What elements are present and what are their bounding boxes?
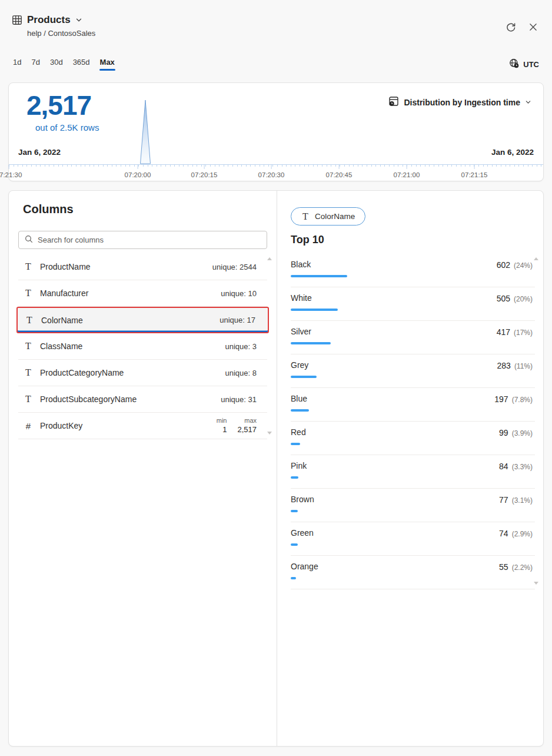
column-list: T ProductName unique: 2544 T Manufacture…	[18, 254, 267, 439]
min-value: 1	[222, 425, 227, 435]
columns-title: Columns	[23, 203, 267, 216]
refresh-icon[interactable]	[505, 21, 517, 33]
time-axis-tick: 07:21:30	[0, 165, 22, 178]
header-actions	[505, 21, 539, 33]
distribution-type-selector[interactable]: Distribution by Ingestion time	[388, 96, 531, 109]
time-axis-tick: 07:20:45	[326, 165, 353, 178]
value-row-pink[interactable]: Pink 84(3.3%)	[291, 455, 535, 489]
scroll-up-arrow[interactable]	[534, 257, 538, 260]
time-axis-tick: 07:20:00	[125, 165, 151, 178]
tab-30d[interactable]: 30d	[50, 58, 63, 71]
chevron-down-icon[interactable]	[75, 16, 82, 24]
value-bar	[291, 409, 309, 412]
value-bar	[291, 543, 298, 546]
timezone-selector[interactable]: UTC	[509, 58, 539, 70]
unique-count: unique: 3	[225, 342, 257, 351]
unique-count: unique: 8	[225, 369, 257, 377]
string-type-icon: T	[25, 315, 34, 326]
close-icon[interactable]	[527, 21, 539, 33]
page-title: Products	[27, 14, 71, 26]
chevron-down-icon	[525, 97, 531, 108]
timezone-label: UTC	[523, 60, 539, 69]
value-bar	[291, 476, 298, 479]
tab-max[interactable]: Max	[100, 58, 115, 71]
time-axis-tick: 07:20:30	[258, 165, 285, 178]
value-bar	[291, 443, 300, 445]
value-row-silver[interactable]: Silver 417(17%)	[291, 321, 535, 354]
value-row-black[interactable]: Black 602(24%)	[291, 254, 535, 287]
search-input[interactable]	[38, 236, 261, 244]
string-type-icon: T	[24, 394, 32, 404]
scroll-up-arrow[interactable]	[267, 257, 272, 260]
value-row-brown[interactable]: Brown 77(3.1%)	[291, 489, 535, 522]
min-max-stats: min 1 max 2,517	[217, 416, 257, 435]
time-axis-tick: 07:21:00	[394, 165, 420, 178]
calendar-clock-icon	[388, 96, 399, 109]
column-row-manufacturer[interactable]: T Manufacturer unique: 10	[18, 280, 267, 307]
time-range-bar: 1d 7d 30d 365d Max UTC	[13, 58, 539, 71]
scroll-down-arrow[interactable]	[534, 582, 538, 585]
column-row-productsubcategoryname[interactable]: T ProductSubcategoryName unique: 31	[18, 386, 267, 413]
value-bar	[291, 376, 317, 378]
time-axis-tick: 07:21:15	[461, 165, 488, 178]
unique-count: unique: 17	[220, 316, 255, 324]
tab-7d[interactable]: 7d	[31, 58, 39, 71]
max-value: 2,517	[237, 425, 257, 435]
globe-clock-icon	[509, 58, 519, 70]
value-row-white[interactable]: White 505(20%)	[291, 287, 535, 321]
string-type-icon: T	[24, 288, 32, 299]
distribution-type-label: Distribution by Ingestion time	[404, 98, 520, 107]
time-axis-tick: 07:20:15	[191, 165, 218, 178]
search-icon	[25, 235, 33, 246]
columns-panel: Columns T ProductName unique: 2544 T Man…	[9, 191, 277, 746]
time-axis: 07:20:00 07:20:15 07:20:30 07:20:45 07:2…	[9, 164, 543, 167]
header: Products help / ContosoSales	[12, 14, 95, 38]
column-row-productcategoryname[interactable]: T ProductCategoryName unique: 8	[18, 360, 267, 386]
total-rows-subtitle: out of 2.5K rows	[35, 122, 99, 132]
column-row-colorname-selected[interactable]: T ColorName unique: 17	[16, 307, 269, 333]
row-total-block: 2,517 out of 2.5K rows	[26, 90, 99, 132]
unique-count: unique: 31	[221, 395, 257, 404]
value-row-blue[interactable]: Blue 197(7.8%)	[291, 388, 535, 422]
string-type-icon: T	[24, 341, 32, 352]
string-type-icon: T	[24, 261, 32, 272]
value-row-green[interactable]: Green 74(2.9%)	[291, 522, 535, 556]
string-type-icon: T	[24, 367, 32, 378]
string-type-icon: T	[301, 211, 310, 222]
date-end: Jan 6, 2022	[491, 148, 534, 157]
column-row-productkey[interactable]: # ProductKey min 1 max 2,517	[18, 413, 267, 439]
value-bar	[291, 342, 331, 344]
top-values-list: Black 602(24%) White 505(20%) Silver 417…	[291, 254, 535, 589]
selected-column-chip[interactable]: T ColorName	[291, 207, 365, 226]
breadcrumb: help / ContosoSales	[27, 29, 95, 38]
value-row-grey[interactable]: Grey 283(11%)	[291, 354, 535, 388]
column-search[interactable]	[18, 231, 267, 249]
numeric-type-icon: #	[24, 421, 32, 431]
value-row-red[interactable]: Red 99(3.9%)	[291, 422, 535, 455]
value-bar	[291, 275, 347, 277]
ingestion-distribution-card: 2,517 out of 2.5K rows Distribution by I…	[8, 82, 544, 181]
total-rows-value: 2,517	[26, 90, 99, 121]
columns-and-values-card: Columns T ProductName unique: 2544 T Man…	[8, 190, 544, 747]
table-icon	[12, 15, 22, 25]
top-values-panel: T ColorName Top 10 Black 602(24%) White …	[277, 191, 543, 746]
tab-365d[interactable]: 365d	[73, 58, 90, 71]
unique-count: unique: 10	[221, 289, 257, 298]
data-profile-panel: Products help / ContosoSales 1d 7d 30d 3…	[0, 0, 552, 756]
top-values-title: Top 10	[291, 234, 543, 246]
unique-count: unique: 2544	[212, 263, 257, 271]
value-bar	[291, 510, 298, 512]
value-bar	[291, 309, 338, 311]
date-start: Jan 6, 2022	[18, 148, 61, 157]
value-bar	[291, 577, 296, 579]
scroll-down-arrow[interactable]	[267, 432, 272, 435]
value-row-orange[interactable]: Orange 55(2.2%)	[291, 556, 535, 589]
time-range-tabs: 1d 7d 30d 365d Max	[13, 58, 115, 71]
column-row-classname[interactable]: T ClassName unique: 3	[18, 333, 267, 360]
tab-1d[interactable]: 1d	[13, 58, 21, 71]
date-range-labels: Jan 6, 2022 Jan 6, 2022	[18, 148, 534, 157]
column-row-productname[interactable]: T ProductName unique: 2544	[18, 254, 267, 280]
